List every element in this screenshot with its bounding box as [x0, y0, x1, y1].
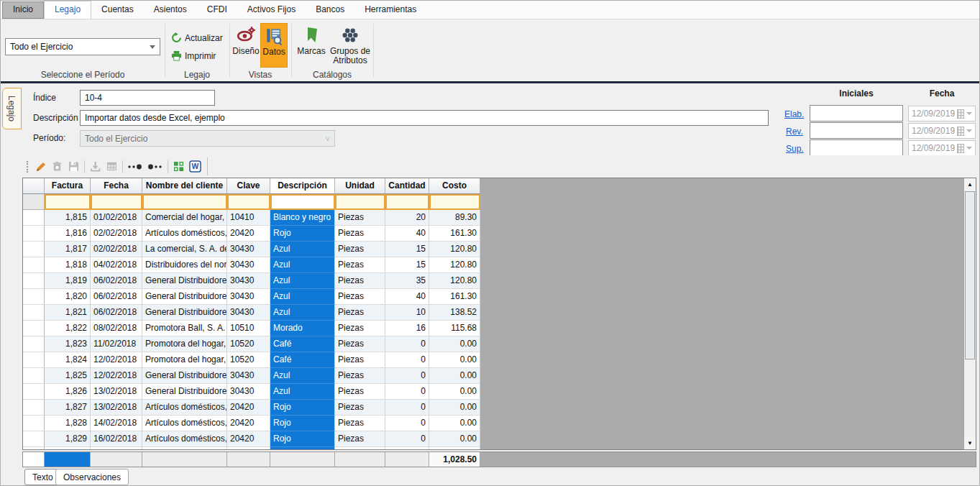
tab-observaciones[interactable]: Observaciones	[55, 469, 129, 485]
marcas-button[interactable]: Marcas	[295, 23, 328, 68]
edit-pencil-icon[interactable]	[35, 160, 47, 173]
scroll-up-button[interactable]: ▲	[964, 178, 976, 191]
cell-fecha[interactable]: 02/02/2018	[91, 242, 142, 257]
row-selector-cell[interactable]	[23, 273, 45, 289]
cell-costo[interactable]: 161.30	[429, 226, 480, 242]
table-row[interactable]: 1,82613/02/2018General Distribuidores304…	[23, 384, 480, 400]
cell-unidad[interactable]: Piezas	[335, 257, 385, 273]
grupos-atributos-button[interactable]: Grupos de Atributos	[329, 23, 372, 68]
cell-cantidad[interactable]: 0	[385, 368, 429, 384]
period-select[interactable]: Todo el Ejercicio	[5, 38, 160, 55]
rev-iniciales-input[interactable]	[810, 122, 903, 139]
delete-icon[interactable]	[51, 160, 63, 173]
cell-descripcion[interactable]: Azul	[270, 273, 335, 289]
cell-descripcion[interactable]: Azul	[270, 384, 335, 400]
cell-factura[interactable]: 1,816	[45, 226, 91, 242]
rev-date-field[interactable]: 12/09/2019	[908, 123, 976, 139]
cell-clave[interactable]: 20420	[227, 431, 270, 447]
save-icon[interactable]	[68, 160, 80, 173]
cell-clave[interactable]: 30430	[227, 384, 270, 400]
cell-fecha[interactable]: 13/02/2018	[91, 400, 142, 416]
column-header-factura[interactable]: Factura	[45, 178, 91, 194]
cell-cantidad[interactable]: 10	[385, 305, 429, 321]
row-selector-cell[interactable]	[23, 368, 45, 384]
filter-input-fecha[interactable]	[91, 194, 142, 210]
filter-input-factura[interactable]	[45, 194, 91, 210]
periodo-select[interactable]: Todo el Ejercicio ˅	[80, 130, 335, 147]
cell-costo[interactable]: 0.00	[429, 431, 480, 447]
cell-factura[interactable]: 1,822	[45, 321, 91, 336]
cell-clave[interactable]: 30430	[227, 368, 270, 384]
scrollbar-thumb[interactable]	[965, 191, 975, 359]
cell-clave[interactable]: 20420	[227, 400, 270, 416]
cell-unidad[interactable]: Piezas	[335, 273, 385, 289]
dots-grow-icon[interactable]	[127, 160, 143, 173]
cell-descripcion[interactable]: Café	[270, 352, 335, 368]
cell-fecha[interactable]: 13/02/2018	[91, 384, 142, 400]
elab-iniciales-input[interactable]	[810, 105, 903, 122]
cell-factura[interactable]: 1,817	[45, 242, 91, 257]
filter-input-cantidad[interactable]	[385, 194, 429, 210]
row-selector-cell[interactable]	[23, 321, 45, 336]
cell-unidad[interactable]: Piezas	[335, 305, 385, 321]
cell-costo[interactable]: 0.00	[429, 352, 480, 368]
column-header-costo[interactable]: Costo	[429, 178, 480, 194]
cell-cliente[interactable]: Artículos domésticos,	[142, 431, 227, 447]
row-selector-cell[interactable]	[23, 289, 45, 305]
cell-factura[interactable]: 1,823	[45, 336, 91, 352]
side-tab-legajo[interactable]: Legajo	[2, 88, 22, 129]
cell-costo[interactable]: 138.52	[429, 305, 480, 321]
cell-descripcion[interactable]: Rojo	[270, 416, 335, 431]
filter-input-cliente[interactable]	[142, 194, 227, 210]
cell-factura[interactable]: 1,818	[45, 257, 91, 273]
row-selector-cell[interactable]	[23, 352, 45, 368]
row-selector-cell[interactable]	[23, 416, 45, 431]
row-selector-cell[interactable]	[23, 400, 45, 416]
cell-descripcion[interactable]: Blanco y negro	[270, 210, 335, 226]
table-row[interactable]: 1,81501/02/2018Comercial del hogar,10410…	[23, 210, 480, 226]
filter-input-clave[interactable]	[227, 194, 270, 210]
elab-link[interactable]: Elab.	[784, 109, 804, 119]
cell-factura[interactable]: 1,827	[45, 400, 91, 416]
table-row[interactable]: 1,81906/02/2018General Distribuidores304…	[23, 273, 480, 289]
cell-descripcion[interactable]: Rojo	[270, 400, 335, 416]
imprimir-button[interactable]: Imprimir	[171, 50, 216, 61]
tab-asientos[interactable]: Asientos	[144, 1, 197, 19]
column-header-unidad[interactable]: Unidad	[335, 178, 385, 194]
cell-factura[interactable]: 1,815	[45, 210, 91, 226]
filter-input-costo[interactable]	[429, 194, 480, 210]
cell-clave[interactable]: 30430	[227, 289, 270, 305]
sup-link[interactable]: Sup.	[786, 144, 804, 154]
row-selector-cell[interactable]	[23, 242, 45, 257]
filter-input-descripcion[interactable]	[270, 194, 335, 210]
cell-unidad[interactable]: Piezas	[335, 289, 385, 305]
cell-fecha[interactable]: 06/02/2018	[91, 273, 142, 289]
cell-unidad[interactable]: Piezas	[335, 321, 385, 336]
cell-fecha[interactable]: 02/02/2018	[91, 226, 142, 242]
cell-factura[interactable]: 1,829	[45, 431, 91, 447]
tab-cfdi[interactable]: CFDI	[197, 1, 237, 19]
cell-cliente[interactable]: General Distribuidores	[142, 289, 227, 305]
tab-activos-fijos[interactable]: Activos Fijos	[237, 1, 306, 19]
cell-fecha[interactable]: 06/02/2018	[91, 305, 142, 321]
cell-cantidad[interactable]: 15	[385, 242, 429, 257]
cell-fecha[interactable]: 16/02/2018	[91, 431, 142, 447]
cell-fecha[interactable]: 12/02/2018	[91, 368, 142, 384]
cell-unidad[interactable]: Piezas	[335, 226, 385, 242]
sup-date-field[interactable]: 12/09/2019	[908, 140, 976, 156]
table-row[interactable]: 1,82814/02/2018Artículos domésticos,2042…	[23, 416, 480, 431]
cell-cliente[interactable]: La comercial, S. A. de	[142, 242, 227, 257]
cell-descripcion[interactable]: Azul	[270, 289, 335, 305]
cell-fecha[interactable]: 12/02/2018	[91, 352, 142, 368]
cell-unidad[interactable]: Piezas	[335, 352, 385, 368]
cell-costo[interactable]: 0.00	[429, 384, 480, 400]
table-row[interactable]: 1,81602/02/2018Artículos domésticos,2042…	[23, 226, 480, 242]
cell-factura[interactable]: 1,826	[45, 384, 91, 400]
row-selector-cell[interactable]	[23, 384, 45, 400]
table-row[interactable]: 1,82512/02/2018General Distribuidores304…	[23, 368, 480, 384]
cell-cliente[interactable]: Promotora Ball, S. A.	[142, 321, 227, 336]
cell-fecha[interactable]: 08/02/2018	[91, 321, 142, 336]
cell-costo[interactable]: 161.30	[429, 289, 480, 305]
cell-unidad[interactable]: Piezas	[335, 210, 385, 226]
elab-date-field[interactable]: 12/09/2019	[908, 106, 976, 122]
